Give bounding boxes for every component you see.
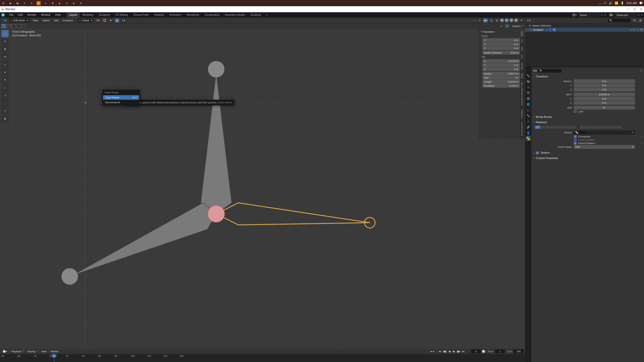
bone-root-joint[interactable] [208, 205, 224, 222]
mirror-icon[interactable]: ⟋▾ [472, 18, 476, 23]
npanel-envelope[interactable]: Envelope0.243 m [482, 84, 520, 88]
layer-cell[interactable] [546, 126, 550, 129]
npanel-radius-parent[interactable]: Radius (Parent)0.05 m [482, 51, 520, 55]
ctx-item-disconnect-bone[interactable]: Disconnect B [103, 100, 139, 105]
keyframe-next-icon[interactable]: ▮▶ [457, 350, 461, 354]
outliner-new-collection-icon[interactable]: ⊞ [638, 18, 643, 23]
ptab-bone[interactable]: 🦴 [526, 136, 531, 141]
npanel-transform-header[interactable]: Transform [480, 30, 520, 34]
app-icon[interactable]: ⬢ [51, 1, 55, 5]
proportional-edit-icon[interactable]: ◉ [115, 18, 120, 23]
npanel-head-y[interactable]: Y0 m [482, 42, 520, 46]
folder-icon[interactable]: 🗀 [65, 1, 69, 5]
select-mode-2[interactable]: ▯ [6, 24, 11, 28]
prop-roll[interactable]: 0° [574, 106, 635, 110]
app-icon[interactable]: ◐ [72, 1, 76, 5]
ptab-physics[interactable]: ⚛ [526, 119, 531, 124]
ctx-item-clear-parent[interactable]: Clear Parent Alt P [103, 95, 139, 100]
outliner-visibility-icon[interactable]: 👁 [633, 28, 635, 31]
timeline-editor-type-icon[interactable]: 🕐▾ [2, 349, 8, 354]
prop-head-y[interactable]: 0 m [574, 83, 635, 87]
layer-cell[interactable] [561, 126, 566, 129]
jump-end-icon[interactable]: ⏭ [461, 350, 466, 354]
tab-compositing[interactable]: Compositing [202, 12, 222, 17]
props-relations-header[interactable]: Relations [533, 120, 642, 125]
mode-select[interactable]: ⤢ Edit Mode [10, 18, 30, 22]
falloff-icon[interactable]: ∿▾ [121, 18, 126, 23]
tool-cursor[interactable]: ✛ [1, 38, 9, 45]
npanel-tail-y[interactable]: Y0 m [482, 63, 520, 67]
tool-transform[interactable]: ✦ [1, 68, 9, 76]
blender-taskbar-icon[interactable]: ◐ [36, 1, 40, 5]
viewlayer-name-input[interactable] [615, 13, 636, 17]
orientation-select[interactable]: ⊹ Global [78, 18, 94, 22]
outliner-armature-row[interactable]: ▸ ⟆ Armature ⤾ 👤 3 ◂ 👁 🖵 📷 [525, 28, 644, 32]
gizmo-visibility-icon[interactable]: ◉▾ [483, 18, 488, 23]
menu-render[interactable]: Render [25, 12, 38, 17]
props-custom-props-header[interactable]: Custom Properties [533, 156, 642, 161]
npanel-tab-item[interactable]: Item [520, 30, 524, 37]
prop-tail-x[interactable]: 0.9734 m [574, 92, 635, 96]
current-frame-input[interactable]: 0 [471, 350, 481, 353]
shading-wireframe-icon[interactable] [500, 18, 504, 22]
props-deform-header[interactable]: ✓Deform [533, 150, 642, 155]
tool-extrude-bone[interactable]: ↗ [1, 107, 9, 114]
prop-head-z[interactable]: 0 m [574, 88, 635, 91]
scene-new-icon[interactable]: ⎘ [601, 13, 603, 16]
viewport-menu-add[interactable]: Add [52, 18, 60, 22]
play-icon[interactable]: ▶ [452, 350, 456, 354]
snap-icon[interactable]: 🧲 [102, 18, 107, 23]
clear-parent-x-icon[interactable]: ✕ [632, 131, 634, 134]
timeline-menu-playback[interactable]: Playback [10, 349, 24, 354]
layer-cell[interactable] [551, 126, 556, 129]
timeline-menu-view[interactable]: View [40, 349, 48, 354]
tab-geometry-nodes[interactable]: Geometry Nodes [222, 12, 248, 17]
tray-chevron-icon[interactable]: ⌄ [599, 1, 601, 5]
layer-cell[interactable] [616, 126, 621, 129]
menu-window[interactable]: Window [38, 12, 53, 17]
tray-wifi-icon[interactable]: 📶 [615, 1, 618, 5]
system-clock[interactable]: 3:31 AM [626, 1, 637, 5]
windows-start-icon[interactable]: ⊞ [1, 1, 5, 5]
props-bendy-header[interactable]: Bendy Bones [533, 115, 642, 119]
npanel-tail-x[interactable]: X0.9734 m [482, 59, 520, 63]
select-mode-1[interactable]: ▭ [1, 24, 6, 28]
npanel-radius[interactable]: Radius0.0973 m [482, 72, 520, 76]
app-icon[interactable]: ▶ [58, 1, 62, 5]
npanel-roll[interactable]: Roll0° [482, 76, 520, 80]
props-transform-header[interactable]: Transform [533, 74, 642, 79]
scene-delete-icon[interactable]: ✕ [604, 13, 606, 16]
npanel-head-z[interactable]: Z0 m [482, 46, 520, 50]
menu-help[interactable]: Help [53, 12, 63, 17]
npanel-tail-z[interactable]: Z0 m [482, 67, 520, 71]
tray-battery-icon[interactable]: 🔋 [620, 1, 624, 5]
layer-cell[interactable] [580, 126, 585, 129]
bone-downleft-tip[interactable] [62, 268, 78, 285]
end-frame-input[interactable]: 250 [514, 350, 524, 353]
tab-modeling[interactable]: Modeling [80, 12, 96, 17]
minimize-button[interactable]: — [627, 7, 630, 11]
tool-annotate[interactable]: ✎ [1, 76, 9, 84]
clock-icon[interactable]: 🕐 [482, 350, 486, 354]
overlay-toggle-icon[interactable]: ⊡ [489, 18, 494, 23]
app-icon[interactable]: ✦ [22, 1, 26, 5]
bone-downleft[interactable] [73, 203, 216, 275]
timeline-ruler[interactable]: -60 -40 -20 0 20 40 60 80 100 120 140 16… [0, 354, 525, 362]
local-location-checkbox[interactable]: ✓ [574, 138, 577, 141]
prop-lock-checkbox[interactable] [574, 110, 577, 113]
armature-data-icon[interactable]: 👤 [549, 28, 552, 31]
ptab-tool[interactable]: 🔧 [526, 73, 531, 78]
npanel-tab-blender[interactable]: Blender [520, 60, 524, 71]
app-icon[interactable]: ▦ [16, 1, 20, 5]
tool-move[interactable]: ✥ [1, 45, 9, 53]
bone-up-tip[interactable] [208, 61, 224, 78]
layer-cell[interactable] [535, 126, 540, 129]
connected-checkbox[interactable]: ✓ [574, 135, 577, 138]
inherit-scale-select[interactable]: Full▾ [574, 145, 635, 149]
ptab-output[interactable]: 🖨 [526, 85, 531, 90]
xray-icon[interactable]: ⊟ [494, 18, 499, 23]
pose-icon[interactable]: ⤾ [546, 28, 548, 31]
props-pin-icon[interactable]: ⟲ [640, 69, 642, 72]
tab-texture-paint[interactable]: Texture Paint [130, 12, 152, 17]
npanel-tab-screencast[interactable]: Screencast Ke [520, 120, 524, 138]
